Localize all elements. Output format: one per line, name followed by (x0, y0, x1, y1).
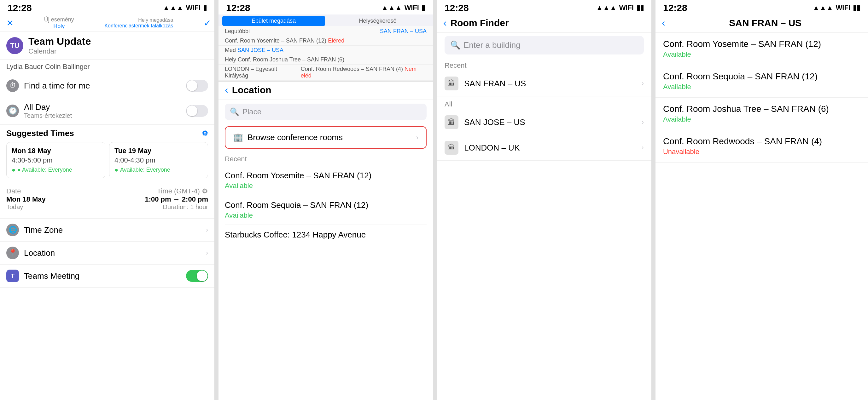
time-slots: Mon 18 May 4:30-5:00 pm ● ● Available: E… (0, 142, 214, 182)
time-4: 12:28 (663, 2, 687, 13)
teams-switch[interactable] (186, 270, 208, 282)
avatar: TU (6, 37, 23, 54)
building-chevron-sanjose: › (642, 118, 644, 126)
datetime-section: Date Mon 18 May Today Time (GMT-4) ⚙ 1:0… (0, 182, 214, 219)
slot2-date: Tue 19 May (115, 147, 203, 155)
search-icon-2: 🔍 (230, 107, 239, 116)
cancel-button[interactable]: ✕ (6, 18, 13, 28)
conference-hint: Konferenciastermék találkozás (104, 23, 173, 29)
room-name-2: Conf. Room Sequoia – SAN FRAN (12) (663, 71, 861, 81)
battery-icon-4: ▮▮ (853, 4, 861, 12)
loc-status-2: Available (225, 211, 427, 220)
room-status-2: Available (663, 83, 861, 91)
event-subtitle: Calendar (28, 47, 91, 56)
building-chevron-sanfran: › (642, 79, 644, 88)
tab-roomfinder[interactable]: Helységkereső (326, 16, 429, 26)
browse-rooms-button[interactable]: 🏢 Browse conference rooms › (225, 126, 427, 149)
loc-name-2: Conf. Room Sequoia – SAN FRAN (12) (225, 200, 427, 210)
building-icon-london: 🏛 (444, 141, 459, 155)
room-item-1[interactable]: Conf. Room Yosemite – SAN FRAN (12) Avai… (655, 33, 868, 65)
top-room-row-4: Hely Conf. Room Joshua Tree – SAN FRAN (… (218, 55, 433, 65)
back-button-4[interactable]: ‹ (662, 17, 665, 29)
new-event-label: Új esemény (44, 16, 74, 23)
date-value: Mon 18 May (6, 195, 46, 203)
building-name-sanjose: SAN JOSE – US (464, 118, 642, 127)
room-list: Conf. Room Yosemite – SAN FRAN (12) Avai… (655, 33, 868, 163)
signal-icon-3: ▲▲▲ (596, 4, 616, 12)
find-time-label: Find a time for me (24, 81, 90, 91)
status-bar-2: 12:28 ▲▲▲ WiFi ▮ (218, 0, 433, 14)
room-item-3[interactable]: Conf. Room Joshua Tree – SAN FRAN (6) Av… (655, 98, 868, 130)
slot-2[interactable]: Tue 19 May 4:00-4:30 pm ● Available: Eve… (109, 142, 208, 178)
status-icons-2: ▲▲▲ WiFi ▮ (381, 4, 425, 12)
find-time-switch[interactable] (186, 80, 208, 92)
loc-item-3[interactable]: Starbucks Coffee: 1234 Happy Avenue (225, 225, 427, 245)
globe-icon: 🌐 (6, 224, 19, 236)
building-item-sanfran[interactable]: 🏛 SAN FRAN – US › (437, 71, 651, 96)
status-bar-4: 12:28 ▲▲▲ WiFi ▮▮ (655, 0, 868, 14)
back-button-3[interactable]: ‹ (443, 17, 447, 29)
teams-label: Teams Meeting (24, 271, 80, 281)
all-day-toggle[interactable]: 🕐 All Day Teams-értekezlet (0, 97, 214, 125)
nav-title-3: Room Finder (451, 18, 645, 28)
loc-status-1: Available (225, 182, 427, 190)
attendees-row: Lydia Bauer Colin Ballinger (0, 60, 214, 74)
event-title: Team Update (28, 36, 91, 47)
time-3: 12:28 (444, 2, 469, 13)
rooms-icon: 🏢 (233, 133, 243, 142)
battery-icon: ▮ (203, 4, 207, 12)
top-room-row-1: Legutóbbi SAN FRAN – USA (218, 27, 433, 36)
search-placeholder-2: Place (243, 107, 261, 116)
top-rooms-area: Legutóbbi SAN FRAN – USA Conf. Room Yose… (218, 26, 433, 81)
panel-room-finder: 12:28 ▲▲▲ WiFi ▮▮ ‹ Room Finder 🔍 Enter … (437, 0, 652, 400)
filter-icon[interactable]: ⚙ (202, 129, 208, 138)
building-search-input[interactable]: 🔍 Enter a building (444, 36, 644, 55)
all-day-label: All Day (24, 102, 72, 112)
battery-icon-2: ▮ (422, 4, 425, 12)
room-item-4[interactable]: Conf. Room Redwoods – SAN FRAN (4) Unava… (655, 130, 868, 163)
browse-rooms-label: Browse conference rooms (248, 133, 343, 142)
loc-item-2[interactable]: Conf. Room Sequoia – SAN FRAN (12) Avail… (225, 195, 427, 225)
clock-icon: ⏱ (6, 79, 19, 92)
room-item-2[interactable]: Conf. Room Sequoia – SAN FRAN (12) Avail… (655, 65, 868, 98)
teams-meeting-item[interactable]: T Teams Meeting (0, 265, 214, 288)
timezone-item[interactable]: 🌐 Time Zone › (0, 219, 214, 241)
wifi-icon-2: WiFi (405, 4, 419, 12)
panel-new-event: 12:28 ▲▲▲ WiFi ▮ ✕ Új esemény Holy Hely … (0, 0, 215, 400)
wifi-icon: WiFi (186, 4, 200, 12)
location-item[interactable]: 📍 Location › (0, 241, 214, 265)
slot-1[interactable]: Mon 18 May 4:30-5:00 pm ● ● Available: E… (6, 142, 105, 178)
timezone-chevron: › (206, 226, 208, 234)
attendees-label: Lydia Bauer Colin Ballinger (6, 63, 90, 71)
done-button[interactable]: ✓ (204, 18, 211, 28)
signal-icon-2: ▲▲▲ (381, 4, 402, 12)
status-bar-3: 12:28 ▲▲▲ WiFi ▮▮ (437, 0, 651, 14)
building-item-sanjose[interactable]: 🏛 SAN JOSE – US › (437, 110, 651, 135)
loc-item-1[interactable]: Conf. Room Yosemite – SAN FRAN (12) Avai… (225, 166, 427, 195)
tab-building[interactable]: Épület megadása (222, 16, 325, 26)
slot1-date: Mon 18 May (12, 147, 100, 155)
time-sub: Duration: 1 hour (145, 203, 208, 211)
find-time-toggle[interactable]: ⏱ Find a time for me (0, 74, 214, 97)
search-input-2[interactable]: 🔍 Place (225, 104, 427, 120)
room-status-4: Unavailable (663, 148, 861, 156)
status-icons-4: ▲▲▲ WiFi ▮▮ (812, 4, 861, 12)
wifi-icon-4: WiFi (836, 4, 850, 12)
back-button-2[interactable]: ‹ (225, 84, 228, 96)
status-icons-1: ▲▲▲ WiFi ▮ (163, 4, 207, 12)
browse-chevron: › (416, 134, 418, 142)
time-2: 12:28 (226, 2, 250, 13)
building-item-london[interactable]: 🏛 LONDON – UK › (437, 135, 651, 161)
building-icon-sanjose: 🏛 (444, 115, 459, 129)
room-status-3: Available (663, 115, 861, 124)
nav-title-2: Location (232, 85, 427, 95)
building-name-sanfran: SAN FRAN – US (464, 79, 642, 89)
timezone-label: Time Zone (24, 225, 63, 235)
loc-name-1: Conf. Room Yosemite – SAN FRAN (12) (225, 171, 427, 180)
suggested-times-label: Suggested Times (6, 129, 74, 138)
all-day-switch[interactable] (186, 105, 208, 117)
search-icon-3: 🔍 (450, 40, 460, 50)
time-label: Time (GMT-4) ⚙ (145, 187, 208, 195)
nav-bar-2: ‹ Location (218, 81, 433, 100)
loc-name-3: Starbucks Coffee: 1234 Happy Avenue (225, 230, 427, 240)
